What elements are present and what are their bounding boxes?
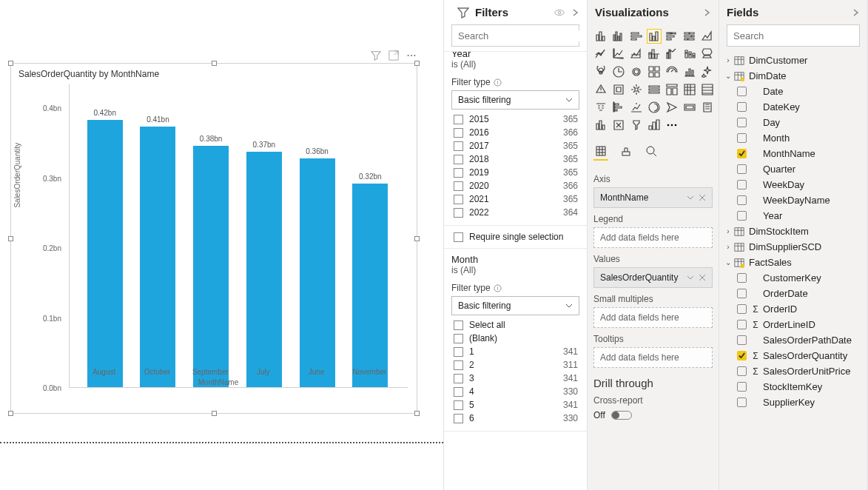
viz-type-icon[interactable] xyxy=(682,29,697,44)
viz-type-icon[interactable] xyxy=(647,29,662,44)
bar[interactable] xyxy=(300,158,335,387)
chevron-down-icon[interactable] xyxy=(687,194,694,201)
field-column[interactable]: Day xyxy=(724,115,863,130)
tooltips-well[interactable]: Add data fields here xyxy=(593,347,713,368)
eye-icon[interactable] xyxy=(554,7,565,18)
viz-type-icon[interactable] xyxy=(665,100,679,115)
filter-search-input[interactable] xyxy=(458,30,582,41)
viz-type-icon[interactable] xyxy=(629,47,644,61)
field-column[interactable]: OrderDate xyxy=(724,286,863,301)
axis-well[interactable]: MonthName xyxy=(593,187,713,208)
field-column[interactable]: SupplierKey xyxy=(724,395,863,410)
resize-handle[interactable] xyxy=(8,411,13,416)
viz-type-icon[interactable] xyxy=(647,64,662,79)
viz-type-icon[interactable] xyxy=(700,100,715,115)
viz-type-icon[interactable] xyxy=(611,29,626,44)
viz-type-icon[interactable] xyxy=(665,47,679,61)
filter-item[interactable]: 2020366 xyxy=(451,179,579,192)
viz-type-icon[interactable] xyxy=(611,82,626,97)
filter-item[interactable]: Select all xyxy=(451,318,579,332)
chevron-right-icon[interactable] xyxy=(851,8,860,17)
field-table[interactable]: ›DimCustomer xyxy=(724,53,863,68)
field-column[interactable]: MonthName xyxy=(724,146,863,161)
field-column[interactable]: ΣSalesOrderUnitPrice xyxy=(724,363,863,379)
filter-item[interactable]: 2018365 xyxy=(451,152,579,166)
viz-type-icon[interactable] xyxy=(629,100,644,115)
filter-icon[interactable] xyxy=(371,50,381,61)
fields-search[interactable] xyxy=(727,24,860,47)
chevron-down-icon[interactable] xyxy=(687,274,694,281)
bar[interactable] xyxy=(87,120,123,387)
viz-type-icon[interactable] xyxy=(629,118,644,132)
more-icon[interactable] xyxy=(406,50,417,61)
require-single-row[interactable]: Require single selection xyxy=(444,226,587,249)
filter-item[interactable]: 3341 xyxy=(451,372,579,385)
chevron-right-icon[interactable] xyxy=(571,8,579,17)
viz-type-icon[interactable] xyxy=(665,64,679,79)
filter-item[interactable]: 2017365 xyxy=(451,139,579,152)
field-column[interactable]: Year xyxy=(724,208,863,224)
field-column[interactable]: CustomerKey xyxy=(724,270,863,286)
filter-type-select[interactable]: Basic filtering xyxy=(451,296,579,315)
viz-type-icon[interactable] xyxy=(682,100,697,115)
filter-item[interactable]: 6330 xyxy=(451,412,579,425)
small-multiples-well[interactable]: Add data fields here xyxy=(593,307,713,328)
filter-item[interactable]: 2015365 xyxy=(451,113,579,126)
viz-type-icon[interactable] xyxy=(611,47,626,61)
close-icon[interactable] xyxy=(699,194,706,201)
viz-type-icon[interactable] xyxy=(682,47,697,61)
cross-report-toggle[interactable] xyxy=(611,411,632,420)
field-column[interactable]: ΣOrderID xyxy=(724,301,863,317)
field-column[interactable]: ΣSalesOrderQuantity xyxy=(724,348,863,363)
viz-type-icon[interactable] xyxy=(682,64,697,79)
viz-type-icon[interactable] xyxy=(682,82,697,97)
close-icon[interactable] xyxy=(699,274,706,281)
filter-item[interactable]: 2021365 xyxy=(451,192,579,206)
field-column[interactable]: WeekDayName xyxy=(724,192,863,208)
filter-item[interactable]: 2311 xyxy=(451,358,579,372)
field-column[interactable]: WeekDay xyxy=(724,177,863,192)
resize-handle[interactable] xyxy=(414,236,420,241)
viz-type-icon[interactable] xyxy=(593,29,608,44)
filter-item[interactable]: 2022364 xyxy=(451,206,579,219)
bar[interactable] xyxy=(140,127,175,387)
bar[interactable] xyxy=(246,152,282,387)
viz-type-icon[interactable] xyxy=(629,29,644,44)
field-column[interactable]: StockItemKey xyxy=(724,379,863,395)
bar[interactable] xyxy=(193,146,229,387)
chart-visual[interactable]: SalesOrderQuantity by MonthName SalesOrd… xyxy=(10,63,417,414)
resize-handle[interactable] xyxy=(414,411,420,416)
filter-item[interactable]: 1341 xyxy=(451,345,579,358)
field-column[interactable]: ΣOrderLineID xyxy=(724,317,863,332)
field-column[interactable]: Date xyxy=(724,84,863,99)
filter-item[interactable]: 2019365 xyxy=(451,166,579,179)
viz-type-icon[interactable] xyxy=(611,100,626,115)
viz-type-icon[interactable] xyxy=(700,47,715,61)
viz-type-icon[interactable] xyxy=(611,64,626,79)
field-column[interactable]: SalesOrderPathDate xyxy=(724,332,863,348)
bar[interactable] xyxy=(352,184,388,387)
resize-handle[interactable] xyxy=(8,236,13,241)
viz-type-icon[interactable] xyxy=(647,100,662,115)
viz-type-icon[interactable] xyxy=(629,82,644,97)
viz-type-icon[interactable] xyxy=(593,100,608,115)
analytics-tab[interactable] xyxy=(644,143,659,161)
viz-type-icon[interactable] xyxy=(647,47,662,61)
values-well[interactable]: SalesOrderQuantity xyxy=(593,267,713,288)
viz-type-icon[interactable] xyxy=(629,64,644,79)
resize-handle[interactable] xyxy=(8,61,13,66)
viz-type-icon[interactable] xyxy=(611,118,626,132)
filter-search[interactable] xyxy=(451,24,579,47)
field-table[interactable]: ⌄FactSales xyxy=(724,255,863,270)
viz-type-icon[interactable] xyxy=(593,47,608,61)
field-table[interactable]: ⌄DimDate xyxy=(724,68,863,84)
filter-item[interactable]: 5341 xyxy=(451,398,579,412)
viz-type-icon[interactable] xyxy=(700,29,715,44)
focus-icon[interactable] xyxy=(388,50,399,61)
resize-handle[interactable] xyxy=(212,61,217,66)
field-table[interactable]: ›DimStockItem xyxy=(724,224,863,239)
fields-search-input[interactable] xyxy=(733,30,858,41)
viz-type-icon[interactable] xyxy=(593,82,608,97)
field-column[interactable]: Quarter xyxy=(724,161,863,177)
field-column[interactable]: Month xyxy=(724,130,863,146)
